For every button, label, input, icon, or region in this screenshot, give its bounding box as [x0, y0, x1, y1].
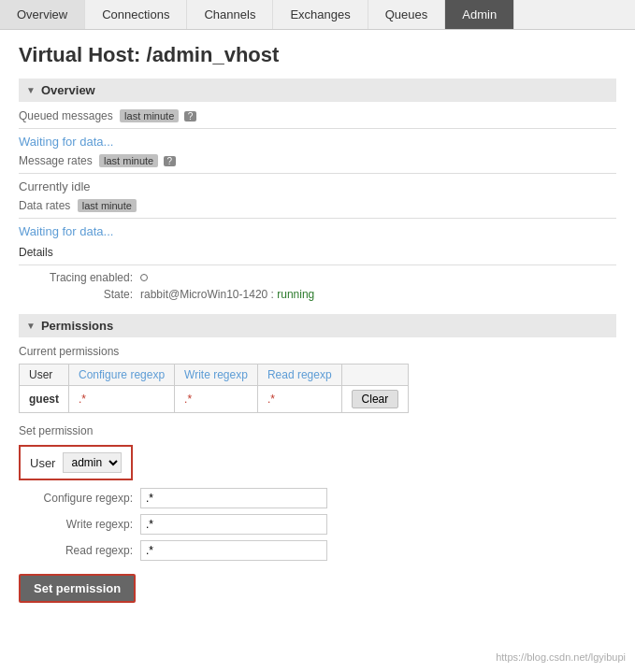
waiting1-text: Waiting for data... — [19, 135, 616, 149]
configure-regexp-input[interactable] — [140, 488, 327, 508]
permissions-header-label: Permissions — [41, 319, 113, 333]
permissions-table: User Configure regexp Write regexp Read … — [19, 364, 409, 413]
cell-write: .* — [175, 386, 258, 413]
set-permission-section: Set permission User adminguest Configure… — [19, 424, 616, 603]
tracing-value — [140, 271, 148, 284]
queued-messages-row: Queued messages last minute ? — [19, 109, 616, 122]
cell-user: guest — [20, 386, 69, 413]
set-permission-button[interactable]: Set permission — [19, 574, 136, 603]
queued-badge: last minute — [120, 109, 179, 122]
permissions-section-header: ▼ Permissions — [19, 314, 616, 337]
queued-help-badge[interactable]: ? — [184, 111, 197, 122]
overview-header-label: Overview — [41, 83, 95, 97]
nav-item-channels[interactable]: Channels — [187, 0, 273, 29]
read-regexp-row: Read regexp: — [19, 540, 616, 561]
triangle-icon-2: ▼ — [26, 321, 36, 331]
cell-action: Clear — [341, 386, 409, 413]
tracing-key: Tracing enabled: — [19, 271, 140, 284]
cell-configure: .* — [69, 386, 175, 413]
overview-section-header: ▼ Overview — [19, 79, 616, 102]
state-running: running — [277, 288, 314, 301]
col-configure: Configure regexp — [69, 365, 175, 386]
configure-regexp-row: Configure regexp: — [19, 488, 616, 508]
nav-item-exchanges[interactable]: Exchanges — [273, 0, 368, 29]
waiting2-text: Waiting for data... — [19, 224, 616, 238]
configure-regexp-label: Configure regexp: — [19, 492, 140, 505]
state-value: rabbit@MicroWin10-1420 : running — [140, 288, 314, 301]
table-header-row: User Configure regexp Write regexp Read … — [20, 365, 409, 386]
write-regexp-input[interactable] — [140, 514, 327, 535]
nav-item-overview[interactable]: Overview — [0, 0, 85, 29]
user-select-row: User adminguest — [19, 445, 616, 480]
col-read: Read regexp — [257, 365, 341, 386]
write-regexp-label: Write regexp: — [19, 518, 140, 531]
current-permissions-label: Current permissions — [19, 345, 616, 358]
col-action — [341, 365, 409, 386]
state-row: State: rabbit@MicroWin10-1420 : running — [19, 288, 616, 301]
cell-read: .* — [257, 386, 341, 413]
details-section: Tracing enabled: State: rabbit@MicroWin1… — [19, 271, 616, 301]
nav-item-queues[interactable]: Queues — [368, 0, 446, 29]
data-rates-row: Data rates last minute — [19, 199, 616, 212]
user-select[interactable]: adminguest — [63, 452, 122, 473]
clear-button[interactable]: Clear — [352, 390, 399, 408]
nav-item-connections[interactable]: Connections — [85, 0, 187, 29]
top-nav: OverviewConnectionsChannelsExchangesQueu… — [0, 0, 635, 30]
queued-label: Queued messages — [19, 109, 113, 122]
permissions-section: ▼ Permissions Current permissions User C… — [19, 314, 616, 603]
data-rates-label: Data rates — [19, 199, 70, 212]
user-label: User — [30, 456, 55, 470]
page-title: Virtual Host: /admin_vhost — [19, 43, 616, 67]
set-permission-label: Set permission — [19, 424, 616, 437]
state-key: State: — [19, 288, 140, 301]
details-label: Details — [19, 246, 616, 259]
read-regexp-label: Read regexp: — [19, 544, 140, 557]
currently-idle-text: Currently idle — [19, 179, 616, 193]
tracing-row: Tracing enabled: — [19, 271, 616, 284]
user-row-inner: User adminguest — [19, 445, 133, 480]
nav-item-admin[interactable]: Admin — [445, 0, 514, 29]
message-rates-label: Message rates — [19, 154, 93, 167]
state-node: rabbit@MicroWin10-1420 — [140, 288, 267, 301]
col-write: Write regexp — [175, 365, 258, 386]
col-user: User — [20, 365, 69, 386]
message-rates-badge: last minute — [99, 154, 158, 167]
data-rates-badge: last minute — [78, 199, 137, 212]
message-rates-help-badge[interactable]: ? — [164, 156, 177, 166]
page-content: Virtual Host: /admin_vhost ▼ Overview Qu… — [0, 30, 635, 629]
table-row: guest .* .* .* Clear — [20, 386, 409, 413]
read-regexp-input[interactable] — [140, 540, 327, 561]
dot-circle-icon — [140, 274, 148, 281]
triangle-icon: ▼ — [26, 85, 36, 95]
overview-section: ▼ Overview Queued messages last minute ?… — [19, 79, 616, 301]
write-regexp-row: Write regexp: — [19, 514, 616, 535]
message-rates-row: Message rates last minute ? — [19, 154, 616, 167]
